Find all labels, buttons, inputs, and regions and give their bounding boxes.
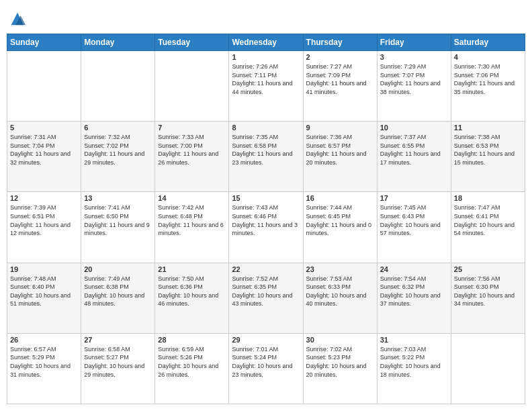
day-number: 13 [84,194,152,202]
day-number: 1 [232,53,300,61]
calendar-cell: 16Sunrise: 7:44 AM Sunset: 6:45 PM Dayli… [303,192,377,263]
calendar-cell: 27Sunrise: 6:58 AM Sunset: 5:27 PM Dayli… [81,333,155,404]
calendar-cell: 20Sunrise: 7:49 AM Sunset: 6:38 PM Dayli… [81,263,155,333]
day-number: 26 [10,336,78,344]
logo [7,9,27,28]
week-row-3: 19Sunrise: 7:48 AM Sunset: 6:40 PM Dayli… [7,263,525,333]
weekday-header-saturday: Saturday [451,34,525,51]
day-info: Sunrise: 7:01 AM Sunset: 5:24 PM Dayligh… [232,345,300,379]
calendar-cell: 6Sunrise: 7:32 AM Sunset: 7:02 PM Daylig… [81,122,155,192]
calendar-table: SundayMondayTuesdayWednesdayThursdayFrid… [7,34,525,404]
day-number: 15 [232,194,300,202]
day-info: Sunrise: 7:35 AM Sunset: 6:58 PM Dayligh… [232,133,300,167]
calendar-cell: 10Sunrise: 7:37 AM Sunset: 6:55 PM Dayli… [377,122,451,192]
day-number: 7 [158,124,226,132]
day-number: 18 [454,194,522,202]
weekday-header-monday: Monday [81,34,155,51]
weekday-header-tuesday: Tuesday [155,34,229,51]
header [7,7,525,28]
calendar-cell: 21Sunrise: 7:50 AM Sunset: 6:36 PM Dayli… [155,263,229,333]
day-info: Sunrise: 7:54 AM Sunset: 6:32 PM Dayligh… [380,275,448,308]
day-number: 5 [10,124,78,132]
calendar-cell: 17Sunrise: 7:45 AM Sunset: 6:43 PM Dayli… [377,192,451,263]
day-number: 20 [84,265,152,273]
calendar-cell: 7Sunrise: 7:33 AM Sunset: 7:00 PM Daylig… [155,122,229,192]
calendar-cell [81,51,155,122]
day-info: Sunrise: 7:49 AM Sunset: 6:38 PM Dayligh… [84,275,152,308]
day-number: 9 [306,124,374,132]
calendar-cell: 18Sunrise: 7:47 AM Sunset: 6:41 PM Dayli… [451,192,525,263]
weekday-header-row: SundayMondayTuesdayWednesdayThursdayFrid… [7,34,525,51]
day-info: Sunrise: 6:59 AM Sunset: 5:26 PM Dayligh… [158,345,226,379]
calendar-cell: 12Sunrise: 7:39 AM Sunset: 6:51 PM Dayli… [7,192,81,263]
day-number: 21 [158,265,226,273]
week-row-1: 5Sunrise: 7:31 AM Sunset: 7:04 PM Daylig… [7,122,525,192]
calendar-cell [7,51,81,122]
weekday-header-sunday: Sunday [7,34,81,51]
calendar-cell: 29Sunrise: 7:01 AM Sunset: 5:24 PM Dayli… [229,333,303,404]
day-number: 22 [232,265,300,273]
day-info: Sunrise: 7:26 AM Sunset: 7:11 PM Dayligh… [232,62,300,96]
calendar-cell: 14Sunrise: 7:42 AM Sunset: 6:48 PM Dayli… [155,192,229,263]
calendar-cell: 13Sunrise: 7:41 AM Sunset: 6:50 PM Dayli… [81,192,155,263]
day-number: 3 [380,53,448,61]
calendar-cell: 9Sunrise: 7:36 AM Sunset: 6:57 PM Daylig… [303,122,377,192]
day-number: 16 [306,194,374,202]
day-info: Sunrise: 7:39 AM Sunset: 6:51 PM Dayligh… [10,203,78,237]
day-info: Sunrise: 7:02 AM Sunset: 5:23 PM Dayligh… [306,345,374,379]
day-number: 23 [306,265,374,273]
day-number: 29 [232,336,300,344]
day-info: Sunrise: 7:47 AM Sunset: 6:41 PM Dayligh… [454,203,522,237]
day-number: 6 [84,124,152,132]
day-info: Sunrise: 7:32 AM Sunset: 7:02 PM Dayligh… [84,133,152,167]
calendar-cell: 26Sunrise: 6:57 AM Sunset: 5:29 PM Dayli… [7,333,81,404]
weekday-header-thursday: Thursday [303,34,377,51]
day-info: Sunrise: 7:41 AM Sunset: 6:50 PM Dayligh… [84,203,152,237]
day-info: Sunrise: 7:03 AM Sunset: 5:22 PM Dayligh… [380,345,448,379]
day-info: Sunrise: 7:31 AM Sunset: 7:04 PM Dayligh… [10,133,78,167]
day-info: Sunrise: 7:44 AM Sunset: 6:45 PM Dayligh… [306,203,374,237]
calendar-cell: 1Sunrise: 7:26 AM Sunset: 7:11 PM Daylig… [229,51,303,122]
day-info: Sunrise: 7:50 AM Sunset: 6:36 PM Dayligh… [158,275,226,308]
day-info: Sunrise: 7:52 AM Sunset: 6:35 PM Dayligh… [232,275,300,308]
calendar-cell: 22Sunrise: 7:52 AM Sunset: 6:35 PM Dayli… [229,263,303,333]
calendar-cell: 3Sunrise: 7:29 AM Sunset: 7:07 PM Daylig… [377,51,451,122]
calendar-cell: 25Sunrise: 7:56 AM Sunset: 6:30 PM Dayli… [451,263,525,333]
day-number: 17 [380,194,448,202]
day-info: Sunrise: 7:48 AM Sunset: 6:40 PM Dayligh… [10,275,78,308]
day-number: 28 [158,336,226,344]
week-row-4: 26Sunrise: 6:57 AM Sunset: 5:29 PM Dayli… [7,333,525,404]
day-info: Sunrise: 7:30 AM Sunset: 7:06 PM Dayligh… [454,62,522,96]
day-info: Sunrise: 7:33 AM Sunset: 7:00 PM Dayligh… [158,133,226,167]
calendar-cell: 11Sunrise: 7:38 AM Sunset: 6:53 PM Dayli… [451,122,525,192]
calendar-cell: 4Sunrise: 7:30 AM Sunset: 7:06 PM Daylig… [451,51,525,122]
calendar-cell: 15Sunrise: 7:43 AM Sunset: 6:46 PM Dayli… [229,192,303,263]
week-row-0: 1Sunrise: 7:26 AM Sunset: 7:11 PM Daylig… [7,51,525,122]
day-number: 10 [380,124,448,132]
day-number: 4 [454,53,522,61]
weekday-header-friday: Friday [377,34,451,51]
calendar-cell: 23Sunrise: 7:53 AM Sunset: 6:33 PM Dayli… [303,263,377,333]
day-number: 12 [10,194,78,202]
calendar-cell: 5Sunrise: 7:31 AM Sunset: 7:04 PM Daylig… [7,122,81,192]
day-number: 11 [454,124,522,132]
day-info: Sunrise: 7:38 AM Sunset: 6:53 PM Dayligh… [454,133,522,167]
calendar-cell: 28Sunrise: 6:59 AM Sunset: 5:26 PM Dayli… [155,333,229,404]
calendar-cell: 24Sunrise: 7:54 AM Sunset: 6:32 PM Dayli… [377,263,451,333]
day-info: Sunrise: 7:53 AM Sunset: 6:33 PM Dayligh… [306,275,374,308]
calendar-cell [155,51,229,122]
weekday-header-wednesday: Wednesday [229,34,303,51]
day-info: Sunrise: 7:29 AM Sunset: 7:07 PM Dayligh… [380,62,448,96]
day-info: Sunrise: 7:43 AM Sunset: 6:46 PM Dayligh… [232,203,300,237]
day-number: 19 [10,265,78,273]
day-number: 25 [454,265,522,273]
calendar-cell: 19Sunrise: 7:48 AM Sunset: 6:40 PM Dayli… [7,263,81,333]
calendar-cell: 31Sunrise: 7:03 AM Sunset: 5:22 PM Dayli… [377,333,451,404]
day-info: Sunrise: 6:58 AM Sunset: 5:27 PM Dayligh… [84,345,152,379]
calendar-cell: 8Sunrise: 7:35 AM Sunset: 6:58 PM Daylig… [229,122,303,192]
day-number: 31 [380,336,448,344]
day-info: Sunrise: 7:45 AM Sunset: 6:43 PM Dayligh… [380,203,448,237]
day-number: 14 [158,194,226,202]
day-number: 24 [380,265,448,273]
calendar-cell [451,333,525,404]
